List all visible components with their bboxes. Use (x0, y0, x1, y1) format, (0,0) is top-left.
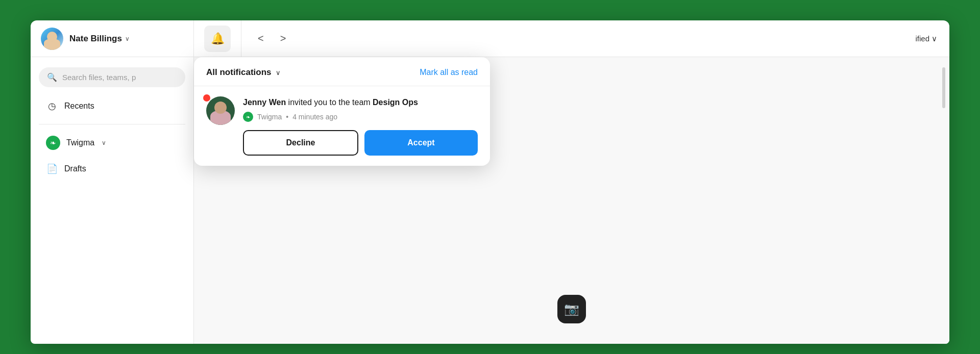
camera-icon: 📷 (564, 302, 579, 316)
accept-button[interactable]: Accept (364, 130, 478, 156)
team-name: Design Ops (373, 98, 418, 107)
notification-item: Jenny Wen invited you to the team Design… (194, 86, 490, 166)
notification-avatar-wrapper (206, 96, 235, 125)
notification-text-area: Jenny Wen invited you to the team Design… (243, 96, 478, 156)
app-window: Nate Billings ∨ 🔔 < > ified ∨ (31, 20, 949, 344)
drafts-label: Drafts (64, 164, 86, 173)
mark-all-read-button[interactable]: Mark all as read (420, 68, 478, 77)
bottom-camera-button[interactable]: 📷 (557, 295, 586, 323)
user-chevron-icon: ∨ (125, 35, 130, 42)
twigma-leaf-icon: ❧ (50, 139, 56, 147)
top-bar-center: 🔔 (194, 20, 241, 57)
search-placeholder: Search files, teams, p (62, 73, 136, 82)
sidebar-item-recents[interactable]: ◷ Recents (39, 95, 185, 117)
sender-name: Jenny Wen (243, 98, 286, 107)
recents-icon: ◷ (46, 100, 58, 112)
search-bar[interactable]: 🔍 Search files, teams, p (39, 67, 185, 87)
team-leaf-icon: ❧ (246, 114, 250, 120)
main-content: 🔍 Search files, teams, p ◷ Recents ❧ Twi… (31, 57, 949, 344)
notification-header: All notifications ∨ Mark all as read (194, 57, 490, 86)
notification-content: Jenny Wen invited you to the team Design… (206, 96, 478, 156)
unread-dot (203, 94, 210, 102)
nav-back-button[interactable]: < (254, 31, 268, 46)
sort-chevron-icon: ∨ (932, 34, 937, 43)
decline-button[interactable]: Decline (243, 130, 358, 156)
separator-dot: • (286, 113, 288, 121)
twigma-icon: ❧ (46, 136, 60, 150)
search-icon: 🔍 (47, 72, 57, 82)
top-bar: Nate Billings ∨ 🔔 < > ified ∨ (31, 20, 949, 57)
sort-dropdown[interactable]: ified ∨ (915, 34, 937, 43)
notification-title: All notifications (206, 67, 272, 78)
notification-message: Jenny Wen invited you to the team Design… (243, 96, 478, 109)
notification-meta: ❧ Twigma • 4 minutes ago (243, 112, 478, 122)
notification-filter-button[interactable]: All notifications ∨ (206, 67, 281, 78)
scrollbar[interactable] (942, 67, 945, 108)
drafts-icon: 📄 (46, 163, 58, 174)
user-name-button[interactable]: Nate Billings ∨ (69, 34, 130, 44)
twigma-label: Twigma (66, 138, 94, 147)
sidebar-item-twigma[interactable]: ❧ Twigma ∨ (39, 131, 185, 155)
notification-sender-avatar (206, 96, 235, 125)
notification-chevron-icon: ∨ (276, 69, 281, 77)
notification-popup: All notifications ∨ Mark all as read Jen… (194, 57, 490, 166)
top-bar-right: ified ∨ (302, 34, 949, 43)
nav-forward-button[interactable]: > (276, 31, 290, 46)
sidebar-item-drafts[interactable]: 📄 Drafts (39, 158, 185, 180)
sidebar-divider (39, 124, 185, 124)
team-icon: ❧ (243, 112, 253, 122)
notification-actions: Decline Accept (243, 130, 478, 156)
sidebar: 🔍 Search files, teams, p ◷ Recents ❧ Twi… (31, 57, 194, 344)
top-bar-left: Nate Billings ∨ (31, 20, 194, 57)
time-ago: 4 minutes ago (292, 113, 337, 121)
team-source: Twigma (257, 113, 282, 121)
navigation-arrows: < > (241, 31, 302, 46)
user-name: Nate Billings (69, 34, 122, 44)
sort-label: ified (915, 34, 929, 43)
twigma-chevron-icon: ∨ (102, 139, 106, 146)
recents-label: Recents (64, 102, 94, 111)
bell-icon: 🔔 (211, 32, 225, 45)
message-pre: invited you to the team (286, 98, 373, 107)
notification-bell-button[interactable]: 🔔 (204, 26, 231, 52)
avatar (41, 28, 63, 50)
